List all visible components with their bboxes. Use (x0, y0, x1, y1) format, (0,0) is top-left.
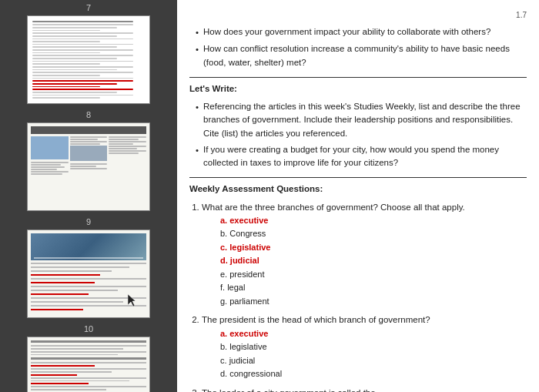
lets-write-text-2: If you were creating a budget for your c… (203, 143, 527, 170)
question-3-text: The leader of a city government is calle… (202, 388, 415, 393)
main-content-area[interactable]: 1.7 • How does your government impact yo… (177, 0, 539, 392)
page-number: 1.7 (189, 9, 527, 21)
cursor-icon (128, 294, 136, 307)
lets-write-header: Let's Write: (189, 77, 527, 95)
answer-2d: d. congressional (220, 367, 527, 380)
page-thumb-10[interactable]: 10 (12, 324, 166, 392)
bullet-dot-1: • (196, 26, 199, 39)
thumb-image-10[interactable] (27, 337, 150, 392)
page-label-7: 7 (86, 3, 91, 12)
answer-2c: c. judicial (220, 354, 527, 367)
answer-1f: f. legal (220, 281, 527, 294)
question-2-answers: a. executive b. legislative c. judicial … (202, 327, 527, 380)
question-1: What are the three branches of governmen… (202, 201, 527, 308)
content-wrapper: 1.7 • How does your government impact yo… (189, 9, 527, 392)
thumb-image-8[interactable] (27, 122, 150, 211)
question-2-text: The president is the head of which branc… (202, 315, 430, 324)
bullet-item-2: • How can conflict resolution increase a… (189, 42, 527, 69)
assessment-label: Weekly Assessment Questions: (189, 184, 323, 193)
lets-write-bullets: • Referencing the articles in this week'… (189, 100, 527, 169)
answer-1d: d. judicial (220, 254, 527, 267)
bullet-item-1: • How does your government impact your a… (189, 25, 527, 39)
lets-write-item-1: • Referencing the articles in this week'… (189, 100, 527, 140)
sidebar: 7 (0, 0, 177, 392)
answer-1g: g. parliament (220, 295, 527, 308)
question-2: The president is the head of which branc… (202, 313, 527, 380)
lets-write-label: Let's Write: (189, 84, 237, 93)
page-thumb-8[interactable]: 8 (12, 110, 166, 211)
assessment-header: Weekly Assessment Questions: (189, 183, 527, 196)
answer-2a: a. executive (220, 327, 527, 340)
answer-1e: e. president (220, 268, 527, 281)
answer-1b: b. Congress (220, 227, 527, 240)
weekly-assessment: Weekly Assessment Questions: What are th… (189, 177, 527, 392)
bullet-text-1: How does your government impact your abi… (203, 25, 490, 39)
lets-write-item-2: • If you were creating a budget for your… (189, 143, 527, 170)
page-thumb-9[interactable]: 9 (12, 217, 166, 318)
answer-2b: b. legislative (220, 340, 527, 353)
lw-bullet-2: • (196, 144, 199, 170)
lw-bullet-1: • (196, 101, 199, 140)
page-label-8: 8 (86, 110, 91, 119)
answer-1a: a. executive (220, 214, 527, 227)
page-label-9: 9 (86, 217, 91, 226)
bullet-dot-2: • (196, 43, 199, 69)
svg-marker-0 (128, 294, 136, 307)
bullet-text-2: How can conflict resolution increase a c… (203, 42, 527, 69)
questions-list: What are the three branches of governmen… (189, 201, 527, 393)
question-1-answers: a. executive b. Congress c. legislative … (202, 214, 527, 308)
thumb-image-9[interactable] (27, 230, 150, 318)
page-label-10: 10 (84, 324, 93, 333)
answer-1c: c. legislative (220, 241, 527, 254)
lets-write-text-1: Referencing the articles in this week's … (203, 100, 527, 140)
thumb-image-7[interactable] (27, 15, 150, 104)
question-3: The leader of a city government is calle… (202, 387, 527, 393)
intro-bullets: • How does your government impact your a… (189, 25, 527, 69)
question-1-text: What are the three branches of governmen… (202, 203, 465, 212)
page-thumb-7[interactable]: 7 (12, 3, 166, 104)
